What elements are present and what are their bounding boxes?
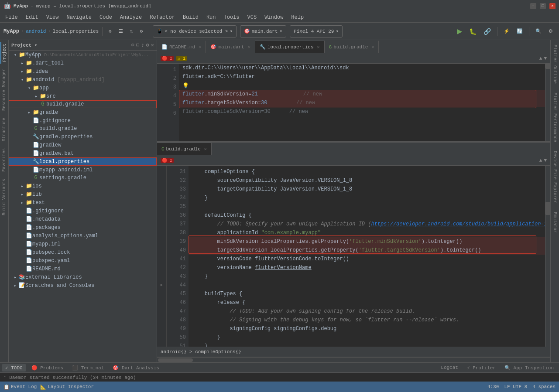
scroll-down-icon[interactable]: ▼ xyxy=(544,56,547,61)
tree-item-build-gradle-app[interactable]: G build.gradle xyxy=(9,100,157,108)
tree-item-myapp-root-iml[interactable]: 📄 myapp.iml xyxy=(9,240,157,248)
tree-item-app[interactable]: ▾ 📁 app xyxy=(9,84,157,92)
tab-build-gradle-top[interactable]: G build.gradle ✕ xyxy=(325,41,379,53)
tree-item-packages[interactable]: 📄 .packages xyxy=(9,223,157,232)
pixel-device-selector[interactable]: Pixel 4 API 29 ▾ xyxy=(290,25,343,37)
tree-arrow-lib[interactable]: ▸ xyxy=(19,192,25,197)
menu-tools[interactable]: Tools xyxy=(220,14,243,21)
tab-close-main-dart[interactable]: ✕ xyxy=(248,44,250,50)
minimize-button[interactable]: – xyxy=(530,3,536,9)
menu-code[interactable]: Code xyxy=(96,14,116,21)
tab-close-local-properties[interactable]: ✕ xyxy=(317,44,320,50)
hot-reload-button[interactable]: ⚡ xyxy=(501,25,512,37)
tree-item-myapp-iml[interactable]: 📄 myapp_android.iml xyxy=(9,166,157,174)
sidebar-tab-structure[interactable]: Structure xyxy=(1,116,7,143)
close-button[interactable]: ✕ xyxy=(549,3,556,9)
tree-item-metadata[interactable]: 📄 .metadata xyxy=(9,215,157,223)
tree-item-gradlew-bat[interactable]: 📄 gradlew.bat xyxy=(9,149,157,157)
tree-item-gradlew[interactable]: 📄 gradlew xyxy=(9,141,157,149)
menu-edit[interactable]: Edit xyxy=(22,14,42,21)
bottom-tab-dart-analysis[interactable]: 🎯 Dart Analysis xyxy=(109,364,162,372)
tree-item-src[interactable]: ▸ 📁 src xyxy=(9,92,157,100)
tree-arrow-app[interactable]: ▾ xyxy=(26,85,32,91)
tree-arrow-test[interactable]: ▸ xyxy=(19,200,25,205)
tree-item-pubspec-yaml[interactable]: 📄 pubspec.yaml xyxy=(9,256,157,265)
menu-file[interactable]: File xyxy=(2,14,21,21)
sidebar-tab-flutter-outline[interactable]: Flutter Outline xyxy=(552,42,558,86)
tree-item-readme[interactable]: 📄 README.md xyxy=(9,265,157,273)
scroll-down-bottom-icon[interactable]: ▼ xyxy=(544,158,547,163)
tree-item-external-libs[interactable]: ▸ 📚 External Libraries xyxy=(9,273,157,281)
bottom-tab-app-inspection[interactable]: 🔍 App Inspection xyxy=(501,364,557,372)
scroll-thumb-bottom[interactable] xyxy=(545,202,550,215)
menu-analyze[interactable]: Analyze xyxy=(117,14,145,21)
scroll-up-icon[interactable]: ▲ xyxy=(539,56,542,61)
tree-item-build-gradle[interactable]: G build.gradle xyxy=(9,125,157,133)
bottom-tab-logcat[interactable]: Logcat xyxy=(437,364,462,371)
sidebar-tab-build-variants[interactable]: Build Variants xyxy=(1,177,7,217)
bottom-tab-profiler[interactable]: ⚡ Profiler xyxy=(463,364,499,372)
tree-item-gitignore-android[interactable]: 📄 .gitignore xyxy=(9,116,157,125)
tab-build-gradle-bottom[interactable]: G build.gradle ✕ xyxy=(157,143,212,155)
tree-arrow-android[interactable]: ▾ xyxy=(19,77,25,82)
tree-item-lib[interactable]: ▸ 📁 lib xyxy=(9,190,157,198)
sidebar-tab-resource-manager[interactable]: Resource Manager xyxy=(1,67,7,112)
menu-window[interactable]: Window xyxy=(261,14,287,21)
tree-item-gradle[interactable]: ▸ 📁 gradle xyxy=(9,108,157,116)
tree-arrow-idea[interactable]: ▸ xyxy=(19,69,25,74)
panel-icon-add[interactable]: ⊕ xyxy=(131,42,134,48)
sidebar-tab-flutter-performance[interactable]: Flutter Performance xyxy=(552,90,558,145)
settings-button[interactable]: ⚙ xyxy=(546,25,556,37)
event-log-item[interactable]: 📋 Event Log xyxy=(3,384,37,390)
tree-item-settings-gradle[interactable]: G settings.gradle xyxy=(9,174,157,182)
sidebar-tab-emulator[interactable]: Emulator xyxy=(552,209,558,235)
debug-button[interactable]: 🐛 xyxy=(466,25,479,37)
tree-arrow-dart-tool[interactable]: ▸ xyxy=(19,61,25,66)
tab-close-build-gradle-bottom[interactable]: ✕ xyxy=(204,147,207,152)
panel-icon-close[interactable]: ✕ xyxy=(151,42,154,48)
bottom-tab-todo[interactable]: ✓ TODO xyxy=(2,364,26,372)
tree-item-analysis-options[interactable]: 📄 analysis_options.yaml xyxy=(9,232,157,240)
panel-icon-collapse[interactable]: ⊟ xyxy=(136,42,139,48)
tree-arrow-myapp[interactable]: ▾ xyxy=(12,52,18,58)
menu-help[interactable]: Help xyxy=(288,14,307,21)
tree-arrow-src[interactable]: ▸ xyxy=(33,94,39,99)
tab-local-properties[interactable]: 🔧 local.properties ✕ xyxy=(255,41,325,53)
toolbar-btn-list[interactable]: ☰ xyxy=(116,25,126,37)
panel-icon-gear[interactable]: ⚙ xyxy=(146,42,149,48)
tab-close-readme[interactable]: ✕ xyxy=(199,44,201,50)
tree-item-android[interactable]: ▾ 📁 android [myapp_android] xyxy=(9,75,157,84)
tree-item-pubspec-lock[interactable]: 📄 pubspec.lock xyxy=(9,248,157,256)
toolbar-btn-sort[interactable]: ⇅ xyxy=(127,25,136,37)
tree-item-dart-tool[interactable]: ▸ 📁 .dart_tool xyxy=(9,59,157,67)
panel-icon-scroll[interactable]: ⇕ xyxy=(141,42,144,48)
menu-view[interactable]: View xyxy=(43,14,62,21)
menu-build[interactable]: Build xyxy=(179,14,202,21)
run-config-selector[interactable]: 🎯 main.dart ▾ xyxy=(240,25,286,37)
bottom-tab-terminal[interactable]: ⬛ Terminal xyxy=(69,364,107,372)
maximize-button[interactable]: □ xyxy=(540,3,546,9)
menu-run[interactable]: Run xyxy=(203,14,219,21)
tree-item-local-properties[interactable]: 🔧 local.properties xyxy=(9,157,157,166)
horizontal-scroll-thumb[interactable] xyxy=(158,358,193,362)
menu-vcs[interactable]: VCS xyxy=(244,14,261,21)
tree-item-ios[interactable]: ▸ 📁 ios xyxy=(9,182,157,190)
device-selector[interactable]: 📱 < no device selected > ▾ xyxy=(153,25,237,37)
sidebar-tab-device-file-explorer[interactable]: Device File Explorer xyxy=(552,148,558,206)
tree-item-test[interactable]: ▸ 📁 test xyxy=(9,198,157,207)
layout-inspector-item[interactable]: 📐 Layout Inspector xyxy=(40,384,94,390)
scroll-up-bottom-icon[interactable]: ▲ xyxy=(539,158,542,163)
toolbar-btn-settings[interactable]: ⚙ xyxy=(137,25,146,37)
tree-item-gradle-properties[interactable]: 🔧 gradle.properties xyxy=(9,133,157,141)
search-everywhere-button[interactable]: 🔍 xyxy=(533,25,544,37)
tab-close-build-gradle-top[interactable]: ✕ xyxy=(371,44,374,50)
tree-item-gitignore[interactable]: 📄 .gitignore xyxy=(9,207,157,215)
tab-main-dart[interactable]: 🎯 main.dart ✕ xyxy=(206,41,255,53)
attach-button[interactable]: 🔗 xyxy=(481,25,494,37)
hot-restart-button[interactable]: 🔄 xyxy=(514,25,525,37)
bottom-tab-problems[interactable]: 🔴 Problems xyxy=(28,364,67,372)
tree-item-myapp[interactable]: ▾ 📁 MyApp D:\Documents\AndroidStudioProj… xyxy=(9,51,157,59)
sidebar-tab-project[interactable]: Project xyxy=(0,42,8,64)
tree-arrow-scratches[interactable]: ▸ xyxy=(12,283,18,288)
tree-arrow-external-libs[interactable]: ▸ xyxy=(12,275,18,280)
